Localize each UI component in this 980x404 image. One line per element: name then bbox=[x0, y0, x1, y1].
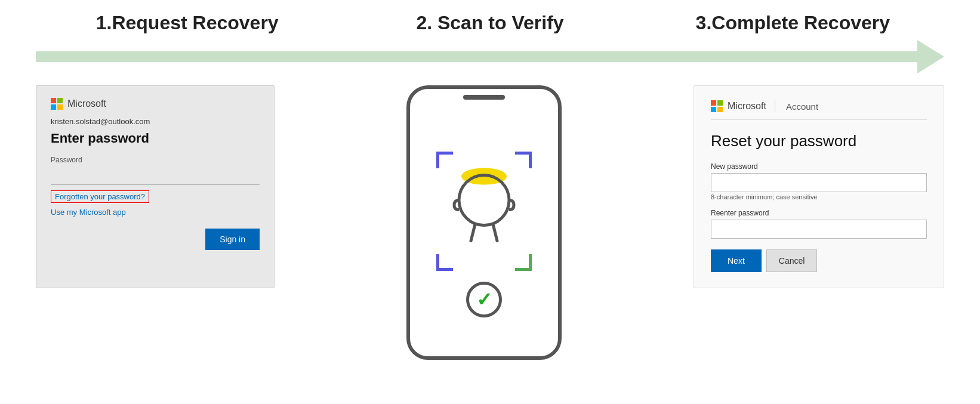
ms-sign-in-button[interactable]: Sign in bbox=[205, 229, 260, 250]
new-password-hint: 8-character minimum; case sensitive bbox=[711, 193, 927, 201]
reenter-password-field: Reenter password bbox=[711, 209, 927, 239]
next-button[interactable]: Next bbox=[711, 249, 762, 272]
step3-buttons: Next Cancel bbox=[711, 249, 927, 272]
ms-use-app-link[interactable]: Use my Microsoft app bbox=[51, 208, 260, 217]
step3-title: 3.Complete Recovery bbox=[642, 12, 944, 34]
arrow-line bbox=[36, 51, 917, 62]
progress-arrow bbox=[24, 40, 956, 73]
ms-password-label: Password bbox=[51, 156, 260, 164]
ms-email: kristen.solstad@outlook.com bbox=[51, 117, 260, 126]
check-circle: ✓ bbox=[466, 282, 502, 317]
new-password-field: New password 8-character minimum; case s… bbox=[711, 162, 927, 201]
step3-heading: Reset your password bbox=[711, 132, 927, 150]
ms-password-field: Password bbox=[51, 156, 260, 184]
step3-ms-header: Microsoft Account bbox=[711, 100, 927, 120]
ms-sq-blue bbox=[51, 104, 56, 110]
svg-line-2 bbox=[471, 224, 475, 241]
reenter-password-input[interactable] bbox=[711, 220, 927, 239]
step1-title: 1.Request Recovery bbox=[36, 12, 338, 34]
ms-password-input[interactable] bbox=[51, 165, 260, 184]
cancel-button[interactable]: Cancel bbox=[766, 249, 818, 272]
new-password-label: New password bbox=[711, 162, 927, 171]
step3-ms-brand: Microsoft bbox=[728, 101, 766, 112]
new-password-input[interactable] bbox=[711, 173, 927, 192]
phone-notch bbox=[463, 95, 505, 100]
face-icon bbox=[448, 158, 520, 261]
phone-content: ✓ bbox=[410, 113, 558, 356]
step3-reset-card: Microsoft Account Reset your password Ne… bbox=[694, 85, 944, 288]
ms-logo-text: Microsoft bbox=[67, 98, 106, 109]
step2-title: 2. Scan to Verify bbox=[338, 12, 641, 34]
phone-wrapper: ✓ bbox=[406, 85, 562, 360]
reenter-password-label: Reenter password bbox=[711, 209, 927, 217]
ms-logo-grid bbox=[51, 98, 63, 110]
main-container: 1.Request Recovery 2. Scan to Verify 3.C… bbox=[0, 0, 980, 404]
ms-enter-password-heading: Enter password bbox=[51, 131, 260, 146]
ms-sq-yellow bbox=[57, 104, 63, 110]
step3-divider bbox=[775, 100, 775, 112]
step3-ms-logo-grid bbox=[711, 100, 723, 112]
step3-ms-sq-blue bbox=[711, 107, 716, 112]
step3-ms-sq-green bbox=[717, 100, 723, 106]
ms-sq-green bbox=[57, 98, 63, 103]
scan-frame bbox=[436, 152, 532, 271]
steps-content: Microsoft kristen.solstad@outlook.com En… bbox=[24, 85, 956, 392]
svg-line-3 bbox=[493, 224, 497, 241]
phone-body: ✓ bbox=[406, 85, 562, 360]
step3-account-label: Account bbox=[786, 101, 818, 112]
microsoft-logo: Microsoft bbox=[51, 98, 260, 110]
steps-header: 1.Request Recovery 2. Scan to Verify 3.C… bbox=[24, 12, 956, 34]
step2-illustration: ✓ bbox=[286, 85, 682, 360]
arrow-head bbox=[917, 40, 944, 73]
check-mark-icon: ✓ bbox=[476, 290, 492, 309]
ms-forgot-password-link[interactable]: Forgotten your password? bbox=[51, 190, 149, 203]
step3-ms-sq-red bbox=[711, 100, 716, 106]
step1-login-card: Microsoft kristen.solstad@outlook.com En… bbox=[36, 85, 275, 288]
step3-ms-sq-yellow bbox=[717, 107, 723, 112]
ms-sq-red bbox=[51, 98, 56, 103]
